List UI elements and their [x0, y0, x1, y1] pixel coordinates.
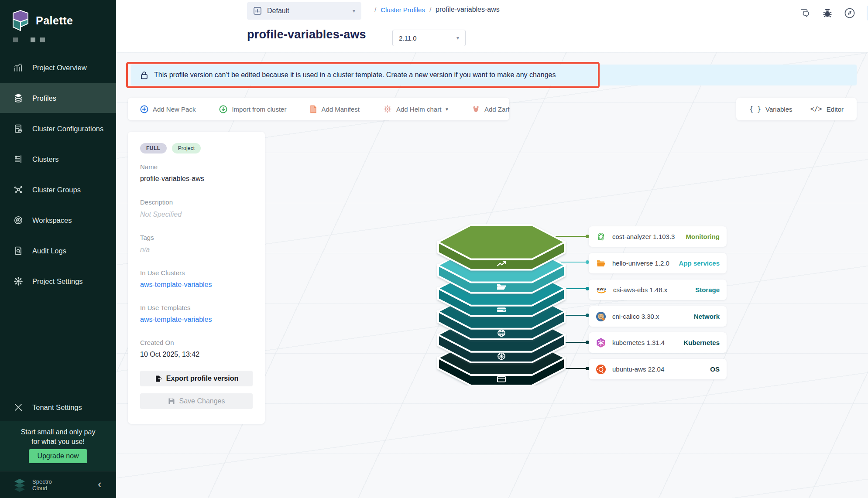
plus-circle-icon	[140, 105, 148, 113]
sidebar-collapse-icon[interactable]: ‹	[98, 478, 102, 491]
sidebar-item-profiles[interactable]: Profiles	[0, 83, 116, 113]
upgrade-text-line2: for what you use!	[0, 437, 116, 447]
spectro-cloud-logo-icon	[12, 478, 27, 492]
pack-category: OS	[710, 365, 720, 373]
sidebar-item-audit-logs[interactable]: Audit Logs	[0, 236, 116, 266]
footer-brand-line2: Cloud	[32, 485, 52, 491]
pack-row-cost-analyzer[interactable]: cost-analyzer 1.103.3 Monitoring	[589, 226, 727, 247]
add-helm-chart-button[interactable]: Add Helm chart ▾	[383, 105, 448, 113]
feedback-chat-icon[interactable]	[799, 8, 811, 18]
breadcrumb-separator: /	[374, 6, 376, 14]
import-from-cluster-button[interactable]: Import from cluster	[219, 105, 286, 113]
redacted-block	[31, 38, 35, 42]
breadcrumb-link-cluster-profiles[interactable]: Cluster Profiles	[381, 6, 425, 14]
add-manifest-button[interactable]: Add Manifest	[310, 105, 360, 113]
sidebar-item-clusters[interactable]: Clusters	[0, 144, 116, 174]
pack-category: Storage	[695, 286, 720, 293]
variables-button[interactable]: { } Variables	[749, 105, 793, 113]
redacted-block	[40, 38, 45, 42]
import-from-cluster-label: Import from cluster	[232, 106, 286, 113]
pack-category: Monitoring	[686, 233, 720, 240]
name-label: Name	[140, 163, 158, 171]
layers-stack-icon	[13, 93, 24, 103]
cost-analyzer-icon	[596, 232, 606, 242]
breadcrumb: / Cluster Profiles / profile-variables-a…	[374, 6, 500, 14]
in-use-templates-label: In Use Templates	[140, 304, 191, 311]
bar-chart-icon	[13, 62, 24, 73]
version-value: 2.11.0	[399, 34, 417, 42]
storage-drive-icon	[497, 307, 506, 312]
export-label: Export profile version	[166, 375, 238, 382]
banner-text: This profile version can’t be edited bec…	[154, 71, 556, 79]
zarf-icon	[472, 105, 480, 113]
gear-icon	[13, 276, 24, 287]
download-circle-icon	[219, 105, 227, 113]
upgrade-now-button[interactable]: Upgrade now	[29, 449, 87, 463]
pack-row-kubernetes[interactable]: kubernetes 1.31.4 Kubernetes	[589, 332, 727, 353]
sidebar-item-label: Profiles	[32, 94, 56, 102]
page-title: profile-variables-aws	[247, 28, 366, 41]
editor-label: Editor	[827, 106, 844, 113]
upgrade-panel: Start small and only pay for what you us…	[0, 421, 116, 471]
braces-icon: { }	[749, 105, 761, 113]
tags-value: n/a	[140, 246, 150, 254]
palette-logo: Palette	[11, 10, 73, 31]
locked-version-banner: This profile version can’t be edited bec…	[131, 65, 857, 85]
palette-logo-icon	[11, 10, 30, 31]
add-zarf-button[interactable]: Add Zarf	[472, 105, 510, 113]
pack-row-csi-aws-ebs[interactable]: aws csi-aws-ebs 1.48.x Storage	[589, 280, 727, 300]
profile-layers-stack[interactable]	[436, 220, 567, 385]
save-changes-button[interactable]: Save Changes	[140, 393, 253, 409]
project-selector-value: Default	[267, 7, 347, 15]
in-use-templates-link[interactable]: aws-template-variables	[140, 316, 212, 324]
upgrade-text-line1: Start small and only pay	[0, 427, 116, 437]
sidebar-item-cluster-groups[interactable]: Cluster Groups	[0, 175, 116, 205]
created-on-value: 10 Oct 2025, 13:42	[140, 351, 199, 358]
sidebar-item-project-settings[interactable]: Project Settings	[0, 266, 116, 296]
sidebar-item-workspaces[interactable]: Workspaces	[0, 205, 116, 235]
editor-button[interactable]: </> Editor	[810, 105, 844, 113]
project-badge: Project	[172, 143, 201, 153]
sidebar-footer: Spectro Cloud ‹	[0, 471, 116, 498]
chevron-down-icon: ▾	[353, 8, 355, 14]
pack-row-ubuntu-aws[interactable]: ubuntu-aws 22.04 OS	[589, 359, 727, 379]
export-profile-version-button[interactable]: Export profile version	[140, 371, 253, 386]
tags-label: Tags	[140, 234, 154, 241]
compass-help-icon[interactable]	[844, 7, 855, 19]
save-icon	[168, 398, 175, 405]
add-new-pack-label: Add New Pack	[153, 106, 196, 113]
pack-category: Kubernetes	[683, 339, 720, 346]
stack-layer-monitoring[interactable]	[438, 225, 565, 269]
version-selector[interactable]: 2.11.0 ▾	[392, 30, 466, 46]
sidebar-item-tenant-settings[interactable]: Tenant Settings	[0, 392, 116, 422]
pack-name: cni-calico 3.30.x	[612, 313, 688, 320]
in-use-clusters-link[interactable]: aws-template-variables	[140, 281, 212, 289]
description-value: Not Specified	[140, 211, 182, 218]
document-search-icon	[13, 246, 24, 256]
sidebar: Palette Project Overview Profiles Cluste…	[0, 0, 116, 498]
sidebar-item-cluster-configurations[interactable]: Cluster Configurations	[0, 114, 116, 143]
profile-details-card: FULL Project Name profile-variables-aws …	[128, 132, 265, 424]
sidebar-item-label: Cluster Groups	[32, 186, 81, 194]
project-selector[interactable]: Default ▾	[247, 2, 361, 20]
pack-row-cni-calico[interactable]: cni-calico 3.30.x Network	[589, 306, 727, 327]
profile-name-value: profile-variables-aws	[140, 175, 204, 183]
pack-name: ubuntu-aws 22.04	[612, 365, 704, 373]
pack-category: Network	[694, 313, 720, 320]
full-badge: FULL	[140, 143, 167, 153]
in-use-clusters-label: In Use Clusters	[140, 269, 185, 276]
kubernetes-pack-icon	[596, 338, 606, 348]
sidebar-item-project-overview[interactable]: Project Overview	[0, 53, 116, 82]
pack-category: App services	[679, 259, 720, 267]
variables-label: Variables	[765, 106, 792, 113]
breadcrumb-separator: /	[429, 6, 431, 14]
pack-row-hello-universe[interactable]: hello-universe 1.2.0 App services	[589, 253, 727, 273]
bug-report-icon[interactable]	[822, 8, 833, 18]
export-icon	[154, 375, 162, 382]
chevron-down-icon: ▾	[446, 106, 448, 112]
calico-icon	[596, 311, 606, 322]
helm-icon	[383, 105, 392, 113]
breadcrumb-current: profile-variables-aws	[436, 6, 500, 14]
add-new-pack-button[interactable]: Add New Pack	[140, 105, 196, 113]
badges-row: FULL Project	[140, 143, 201, 153]
